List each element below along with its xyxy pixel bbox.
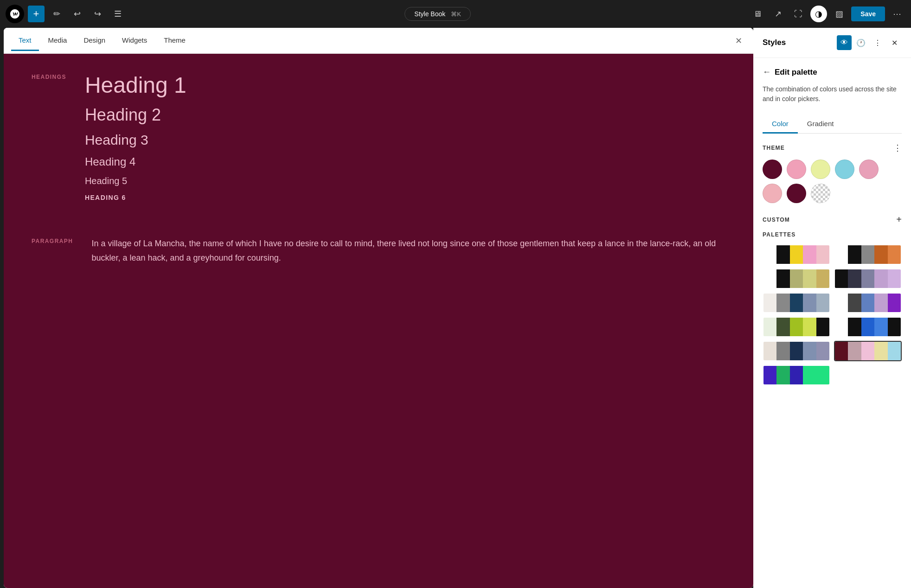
theme-swatch-3[interactable] — [811, 160, 830, 179]
edit-palette-title: Edit palette — [775, 68, 817, 77]
close-stylebook-button[interactable]: ✕ — [731, 33, 746, 48]
back-row[interactable]: ← Edit palette — [763, 67, 902, 77]
theme-swatch-1[interactable] — [763, 160, 782, 179]
style-book-label: Style Book — [414, 10, 445, 18]
theme-swatch-2[interactable] — [787, 160, 806, 179]
toolbar: + ✏ ↩ ↪ ☰ Style Book ⌘K 🖥 ↗ ⛶ ◑ ▨ Save ⋯ — [0, 0, 911, 28]
palettes-section-header: PALETTES — [763, 231, 902, 238]
styles-header-icons: 👁 🕐 ⋮ ✕ — [837, 35, 902, 50]
palette-item-sunrise[interactable]: Sunrise — [834, 341, 902, 361]
headings-section: HEADINGS Heading 1 Heading 2 Heading 3 H… — [32, 72, 725, 209]
redo-button[interactable]: ↪ — [89, 6, 106, 22]
theme-swatch-6[interactable] — [763, 184, 782, 203]
tab-design[interactable]: Design — [76, 31, 113, 51]
palette-item-11[interactable] — [763, 365, 830, 385]
paragraph-label: PARAGRAPH — [32, 236, 73, 265]
style-book-content: HEADINGS Heading 1 Heading 2 Heading 3 H… — [4, 54, 753, 588]
desktop-view-button[interactable]: 🖥 — [749, 6, 766, 22]
heading-3: Heading 3 — [85, 132, 725, 148]
palette-item-1[interactable] — [763, 244, 830, 265]
palette-item-4[interactable] — [834, 268, 902, 289]
palette-description: The combination of colors used across th… — [763, 84, 902, 104]
heading-6: HEADING 6 — [85, 194, 725, 201]
history-icon-button[interactable]: 🕐 — [853, 35, 868, 50]
custom-section-label: CUSTOM — [763, 217, 790, 223]
palette-item-9[interactable] — [763, 341, 830, 361]
palettes-grid: Sunrise — [763, 244, 902, 385]
eye-icon-button[interactable]: 👁 — [837, 35, 852, 50]
palette-item-7[interactable] — [763, 317, 830, 337]
theme-swatch-transparent[interactable] — [811, 184, 830, 203]
palette-item-6[interactable] — [834, 293, 902, 313]
headings-label: HEADINGS — [32, 72, 66, 209]
more-options-button[interactable]: ⋯ — [889, 6, 905, 22]
styles-panel: Styles 👁 🕐 ⋮ ✕ ← Edit palette The combin… — [753, 28, 911, 588]
undo-button[interactable]: ↩ — [69, 6, 85, 22]
toolbar-right: 🖥 ↗ ⛶ ◑ ▨ Save ⋯ — [749, 6, 905, 22]
toolbar-center: Style Book ⌘K — [130, 7, 745, 21]
theme-color-swatches — [763, 160, 902, 203]
theme-section-header: THEME ⋮ — [763, 143, 902, 153]
styles-button[interactable]: ◑ — [810, 6, 827, 22]
edit-button[interactable]: ✏ — [48, 6, 65, 22]
styles-body: ← Edit palette The combination of colors… — [753, 58, 911, 588]
add-custom-color-button[interactable]: + — [896, 214, 902, 225]
resize-button[interactable]: ⛶ — [790, 6, 807, 22]
heading-5: Heading 5 — [85, 176, 725, 186]
heading-1: Heading 1 — [85, 72, 725, 98]
save-button[interactable]: Save — [851, 6, 885, 21]
palettes-section: PALETTES — [763, 231, 902, 385]
theme-swatch-4[interactable] — [835, 160, 854, 179]
tab-media[interactable]: Media — [41, 31, 75, 51]
main-layout: Text Media Design Widgets Theme ✕ HEADIN… — [0, 28, 911, 588]
theme-swatch-5[interactable] — [859, 160, 879, 179]
palette-item-2[interactable] — [834, 244, 902, 265]
back-arrow-icon: ← — [763, 67, 771, 77]
theme-more-button[interactable]: ⋮ — [893, 143, 902, 153]
list-view-button[interactable]: ☰ — [109, 6, 126, 22]
style-book-tabs: Text Media Design Widgets Theme ✕ — [4, 28, 753, 54]
paragraph-content: In a village of La Mancha, the name of w… — [91, 236, 725, 265]
style-book-pill[interactable]: Style Book ⌘K — [404, 7, 471, 21]
close-styles-button[interactable]: ✕ — [887, 35, 902, 50]
tab-widgets[interactable]: Widgets — [115, 31, 154, 51]
styles-panel-title: Styles — [763, 38, 837, 47]
paragraph-section: PARAGRAPH In a village of La Mancha, the… — [32, 236, 725, 265]
shortcut-label: ⌘K — [451, 11, 461, 18]
paragraph-text: In a village of La Mancha, the name of w… — [91, 236, 725, 265]
color-tab[interactable]: Color — [763, 115, 798, 134]
headings-content: Heading 1 Heading 2 Heading 3 Heading 4 … — [85, 72, 725, 209]
heading-2: Heading 2 — [85, 105, 725, 125]
color-gradient-tabs: Color Gradient — [763, 115, 902, 134]
custom-section-header: CUSTOM + — [763, 214, 902, 225]
palette-item-5[interactable] — [763, 293, 830, 313]
add-block-button[interactable]: + — [28, 6, 45, 22]
tab-text[interactable]: Text — [11, 31, 39, 51]
palette-item-3[interactable] — [763, 268, 830, 289]
external-link-button[interactable]: ↗ — [770, 6, 786, 22]
wp-logo[interactable] — [6, 5, 24, 23]
style-book-panel: Text Media Design Widgets Theme ✕ HEADIN… — [4, 28, 753, 588]
palettes-label: PALETTES — [763, 231, 796, 238]
styles-more-button[interactable]: ⋮ — [870, 35, 885, 50]
tab-theme[interactable]: Theme — [156, 31, 193, 51]
heading-4: Heading 4 — [85, 155, 725, 168]
theme-section-label: THEME — [763, 145, 785, 151]
gradient-tab[interactable]: Gradient — [798, 115, 843, 134]
styles-header: Styles 👁 🕐 ⋮ ✕ — [753, 28, 911, 58]
palette-item-8[interactable] — [834, 317, 902, 337]
dual-view-button[interactable]: ▨ — [831, 6, 847, 22]
theme-swatch-7[interactable] — [787, 184, 806, 203]
